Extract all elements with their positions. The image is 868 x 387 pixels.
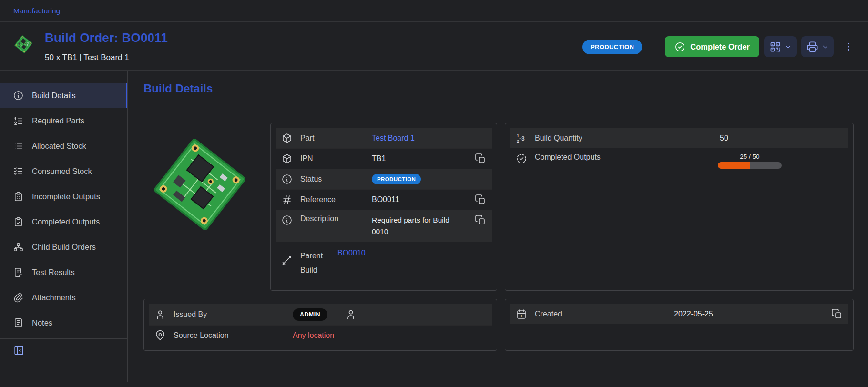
copy-button[interactable] <box>475 214 486 226</box>
parent-build-link[interactable]: BO0010 <box>337 249 366 257</box>
detail-label: Created <box>535 310 666 318</box>
progress-label: 25 / 50 <box>740 153 759 160</box>
page-header: Build Order: BO0011 50 x TB1 | Test Boar… <box>0 22 868 71</box>
part-link[interactable]: Test Board 1 <box>372 134 415 143</box>
sidebar-item-completed-outputs[interactable]: Completed Outputs <box>0 209 127 234</box>
info-circle-icon <box>13 90 24 101</box>
production-status-badge: PRODUCTION <box>372 174 421 184</box>
created-date-value: 2022-05-25 <box>674 310 713 318</box>
sidebar-item-label: Consumed Stock <box>32 167 92 176</box>
order-dates-table: 1 Created 2022-05-25 <box>505 299 854 351</box>
detail-label: Build Quantity <box>535 134 712 143</box>
calendar-icon: 1 <box>516 308 527 320</box>
sidebar-item-label: Completed Outputs <box>32 217 100 226</box>
sidebar-item-label: Child Build Orders <box>32 243 96 252</box>
chevron-down-icon <box>784 43 792 51</box>
sitemap-icon <box>13 242 24 253</box>
svg-text:2: 2 <box>517 139 519 143</box>
detail-label: Status <box>300 175 364 183</box>
build-quantities-table: 1 2 3 Build Quantity 50 Completed Output… <box>505 123 854 291</box>
paperclip-icon <box>13 292 24 303</box>
copy-button[interactable] <box>475 194 486 205</box>
chevron-down-icon <box>821 43 829 51</box>
tools-icon <box>281 255 293 266</box>
detail-label: Completed Outputs <box>535 153 712 162</box>
list-numbers-icon <box>13 115 24 126</box>
list-icon <box>13 141 24 152</box>
sidebar-item-allocated-stock[interactable]: Allocated Stock <box>0 133 127 159</box>
detail-label: IPN <box>300 154 364 163</box>
sidebar-item-consumed-stock[interactable]: Consumed Stock <box>0 159 127 184</box>
detail-row-ipn: IPN TB1 <box>276 148 492 169</box>
clipboard-dots-icon <box>13 191 24 202</box>
copy-button[interactable] <box>831 308 843 320</box>
map-pin-icon <box>154 330 166 341</box>
print-actions-button[interactable] <box>801 36 834 57</box>
complete-order-button[interactable]: Complete Order <box>665 36 759 57</box>
progress-fill <box>718 162 750 169</box>
build-details-table: Part Test Board 1 IPN TB1 <box>270 123 497 291</box>
copy-icon <box>475 153 486 164</box>
copy-icon <box>831 308 843 320</box>
page-title: Build Order: BO0011 <box>45 31 168 45</box>
qrcode-icon <box>769 41 782 53</box>
circle-check-icon <box>674 41 685 52</box>
copy-button[interactable] <box>475 153 486 164</box>
sidebar-item-child-build-orders[interactable]: Child Build Orders <box>0 234 127 260</box>
sidebar-item-build-details[interactable]: Build Details <box>0 83 127 108</box>
progress-track <box>718 162 782 169</box>
clipboard-check-icon <box>13 216 24 227</box>
issued-by-badge: ADMIN <box>293 308 327 321</box>
detail-row-source-location: Source Location Any location <box>149 325 492 346</box>
info-circle-icon <box>281 214 293 226</box>
detail-label: Reference <box>300 195 364 204</box>
detail-row-status: Status PRODUCTION <box>276 169 492 189</box>
detail-row-completed-outputs: Completed Outputs 25 / 50 <box>510 148 848 173</box>
sidebar-collapse-button[interactable] <box>0 345 27 356</box>
complete-order-label: Complete Order <box>690 42 750 51</box>
file-check-icon <box>13 267 24 278</box>
sidebar: Build Details Required Parts Allocated S… <box>0 71 128 382</box>
breadcrumb: Manufacturing <box>0 0 868 22</box>
sidebar-item-test-results[interactable]: Test Results <box>0 260 127 285</box>
package-icon <box>281 132 293 144</box>
panel-collapse-icon <box>13 345 25 356</box>
svg-text:1: 1 <box>517 133 519 138</box>
notes-icon <box>13 317 24 328</box>
detail-row-issued-by: Issued By ADMIN <box>149 304 492 325</box>
detail-row-build-quantity: 1 2 3 Build Quantity 50 <box>510 128 848 148</box>
panel-divider <box>143 105 854 105</box>
issue-details-table: Issued By ADMIN Source Location Any loca… <box>143 299 497 351</box>
sidebar-item-label: Build Details <box>32 91 76 100</box>
user-icon <box>154 309 166 320</box>
sidebar-item-label: Required Parts <box>32 116 84 125</box>
detail-label: Issued By <box>174 310 285 319</box>
svg-text:3: 3 <box>521 135 525 142</box>
sidebar-item-attachments[interactable]: Attachments <box>0 285 127 310</box>
package-icon <box>281 153 293 164</box>
part-image[interactable] <box>143 125 256 244</box>
detail-row-part: Part Test Board 1 <box>276 128 492 148</box>
more-actions-button[interactable] <box>843 41 854 52</box>
hash-icon <box>281 194 293 205</box>
detail-row-reference: Reference BO0011 <box>276 189 492 210</box>
part-thumbnail-image <box>12 32 34 56</box>
panel-title: Build Details <box>143 82 854 95</box>
detail-value: Required parts for Build 0010 <box>372 214 454 237</box>
svg-text:1: 1 <box>521 314 523 318</box>
breadcrumb-manufacturing-link[interactable]: Manufacturing <box>13 7 60 15</box>
detail-value: TB1 <box>372 154 386 163</box>
detail-label: Description <box>300 214 364 223</box>
sidebar-divider <box>0 338 127 339</box>
sidebar-item-required-parts[interactable]: Required Parts <box>0 108 127 133</box>
printer-icon <box>806 41 819 53</box>
sidebar-item-label: Allocated Stock <box>32 142 86 151</box>
sidebar-item-incomplete-outputs[interactable]: Incomplete Outputs <box>0 184 127 209</box>
sidebar-item-label: Incomplete Outputs <box>32 192 100 201</box>
build-quantity-value: 50 <box>720 134 728 143</box>
sidebar-item-label: Notes <box>32 318 52 327</box>
sidebar-item-notes[interactable]: Notes <box>0 310 127 336</box>
numbers-123-icon: 1 2 3 <box>516 132 527 144</box>
detail-label: Source Location <box>174 331 285 340</box>
barcode-actions-button[interactable] <box>764 36 797 57</box>
